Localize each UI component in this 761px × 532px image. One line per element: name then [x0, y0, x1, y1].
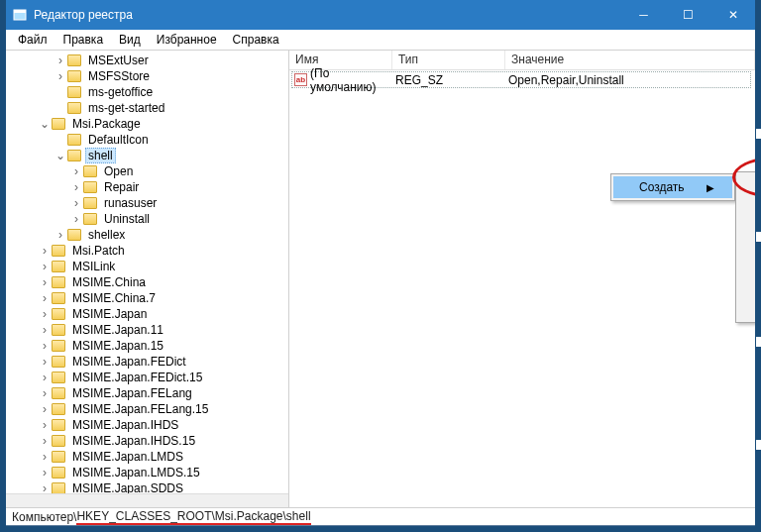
- close-button[interactable]: ✕: [710, 0, 755, 30]
- tree-item[interactable]: ›MSIME.Japan.FEDict.15: [6, 370, 288, 385]
- tree-item-label: MSIME.Japan.LMDS.15: [69, 466, 203, 479]
- tree-item[interactable]: ›Uninstall: [6, 211, 288, 227]
- tree-item[interactable]: ›Repair: [6, 179, 288, 195]
- tree-item[interactable]: ›MSIME.Japan.LMDS: [6, 449, 288, 465]
- submenu-item[interactable]: Расширяемый строковый параметр: [738, 300, 755, 320]
- expand-icon[interactable]: ›: [38, 418, 52, 432]
- expand-icon[interactable]: ›: [38, 260, 52, 273]
- tree-item[interactable]: ›MSIME.Japan.15: [6, 338, 288, 354]
- folder-icon: [67, 150, 81, 161]
- menu-edit[interactable]: Правка: [55, 32, 112, 48]
- tree-item[interactable]: ›shellex: [6, 227, 288, 243]
- folder-icon: [52, 482, 65, 493]
- expand-icon[interactable]: ›: [54, 228, 67, 242]
- col-type[interactable]: Тип: [392, 51, 505, 69]
- submenu-item[interactable]: Раздел: [738, 174, 755, 194]
- tree-item[interactable]: ›MSILink: [6, 259, 288, 274]
- tree-item[interactable]: ›MSIME.Japan.SDDS: [6, 480, 288, 493]
- registry-tree[interactable]: ›MSExtUser›MSFSStore ms-getoffice ms-get…: [6, 53, 288, 493]
- expand-icon[interactable]: ›: [38, 434, 52, 448]
- desktop-artifact: [756, 129, 761, 139]
- tree-item[interactable]: ⌄shell: [6, 148, 288, 163]
- submenu-item[interactable]: Строковый параметр: [738, 201, 755, 221]
- expand-icon[interactable]: ›: [69, 196, 83, 210]
- expand-icon[interactable]: ›: [38, 402, 52, 416]
- menubar: Файл Правка Вид Избранное Справка: [6, 30, 755, 50]
- minimize-button[interactable]: ─: [621, 0, 666, 30]
- desktop-artifact: [756, 337, 761, 347]
- collapse-icon[interactable]: ⌄: [54, 149, 67, 162]
- content-area: ›MSExtUser›MSFSStore ms-getoffice ms-get…: [6, 50, 755, 507]
- menu-view[interactable]: Вид: [111, 32, 149, 48]
- maximize-button[interactable]: ☐: [666, 0, 710, 30]
- folder-icon: [52, 403, 65, 415]
- tree-item[interactable]: ›MSIME.Japan.FELang: [6, 385, 288, 401]
- expand-icon[interactable]: ›: [38, 355, 52, 369]
- tree-item[interactable]: ›MSIME.Japan.LMDS.15: [6, 465, 288, 480]
- folder-icon: [52, 340, 65, 352]
- expand-icon[interactable]: ›: [69, 180, 83, 194]
- tree-item[interactable]: ›MSExtUser: [6, 53, 288, 68]
- tree-item[interactable]: ›MSIME.Japan.11: [6, 322, 288, 338]
- expand-icon[interactable]: ›: [38, 275, 52, 289]
- tree-item-label: MSIME.Japan.IHDS.15: [69, 434, 198, 448]
- collapse-icon[interactable]: ⌄: [38, 117, 52, 131]
- submenu-item[interactable]: Мультистроковый параметр: [738, 280, 755, 300]
- folder-icon: [83, 165, 97, 177]
- tree-item-label: MSIME.Japan.15: [69, 339, 166, 353]
- status-path: HKEY_CLASSES_ROOT\Msi.Package\shell: [76, 509, 310, 525]
- tree-item[interactable]: ms-get-started: [6, 100, 288, 116]
- regedit-window: Редактор реестра ─ ☐ ✕ Файл Правка Вид И…: [6, 0, 755, 526]
- col-value[interactable]: Значение: [505, 51, 755, 69]
- folder-icon: [67, 86, 81, 98]
- menu-favorites[interactable]: Избранное: [149, 32, 225, 48]
- expand-icon[interactable]: ›: [38, 371, 52, 384]
- expand-icon[interactable]: ›: [38, 307, 52, 321]
- tree-item[interactable]: ›Msi.Patch: [6, 243, 288, 259]
- tree-item[interactable]: ›MSFSStore: [6, 68, 288, 84]
- submenu-arrow-icon: ▶: [707, 182, 714, 193]
- folder-icon: [52, 261, 65, 272]
- expand-icon[interactable]: ›: [38, 339, 52, 353]
- submenu-item[interactable]: Параметр DWORD (32 бита): [738, 241, 755, 261]
- expand-icon[interactable]: ›: [69, 164, 83, 178]
- submenu-item[interactable]: Двоичный параметр: [738, 221, 755, 241]
- menu-help[interactable]: Справка: [225, 32, 287, 48]
- value-name: (По умолчанию): [310, 66, 391, 94]
- expand-icon[interactable]: ›: [38, 450, 52, 464]
- statusbar: Компьютер\ HKEY_CLASSES_ROOT\Msi.Package…: [6, 507, 755, 525]
- tree-item[interactable]: ›MSIME.China.7: [6, 290, 288, 306]
- tree-item[interactable]: ›Open: [6, 163, 288, 179]
- expand-icon[interactable]: ›: [38, 291, 52, 305]
- submenu-item[interactable]: Параметр QWORD (64 бита): [738, 261, 755, 280]
- tree-item[interactable]: ›MSIME.Japan: [6, 306, 288, 322]
- expand-icon[interactable]: ›: [69, 212, 83, 226]
- expand-icon[interactable]: ›: [38, 481, 52, 493]
- expand-icon[interactable]: ›: [54, 69, 67, 83]
- expand-icon[interactable]: ›: [38, 323, 52, 337]
- tree-item-label: MSExtUser: [85, 53, 152, 67]
- expand-icon[interactable]: ›: [38, 244, 52, 258]
- expand-icon[interactable]: ›: [38, 386, 52, 400]
- expand-icon[interactable]: ›: [38, 466, 52, 479]
- tree-item[interactable]: ›runasuser: [6, 195, 288, 211]
- tree-item[interactable]: ›MSIME.Japan.FELang.15: [6, 401, 288, 417]
- tree-hscrollbar[interactable]: [6, 493, 288, 507]
- titlebar[interactable]: Редактор реестра ─ ☐ ✕: [6, 0, 755, 30]
- tree-item[interactable]: ›MSIME.Japan.IHDS: [6, 417, 288, 433]
- tree-item-label: ms-getoffice: [85, 85, 156, 99]
- expand-icon[interactable]: ›: [54, 53, 67, 67]
- tree-item[interactable]: DefaultIcon: [6, 132, 288, 148]
- tree-item[interactable]: ›MSIME.Japan.FEDict: [6, 354, 288, 370]
- tree-item-label: MSIME.Japan: [69, 307, 150, 321]
- value-row[interactable]: ab(По умолчанию)REG_SZOpen,Repair,Uninst…: [291, 71, 751, 88]
- tree-item[interactable]: ⌄Msi.Package: [6, 116, 288, 132]
- ctx-create[interactable]: Создать ▶: [613, 176, 732, 198]
- tree-item[interactable]: ›MSIME.Japan.IHDS.15: [6, 433, 288, 449]
- app-icon: [12, 7, 28, 23]
- value-type: REG_SZ: [391, 73, 504, 87]
- tree-item[interactable]: ›MSIME.China: [6, 274, 288, 290]
- tree-item[interactable]: ms-getoffice: [6, 84, 288, 100]
- menu-file[interactable]: Файл: [10, 32, 55, 48]
- tree-item-label: DefaultIcon: [85, 133, 152, 147]
